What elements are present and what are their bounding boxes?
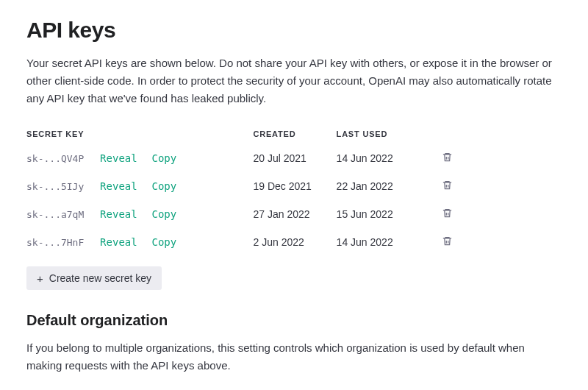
default-org-description: If you belong to multiple organizations,… bbox=[26, 339, 562, 375]
masked-key: sk-...7HnF bbox=[26, 237, 84, 248]
copy-button[interactable]: Copy bbox=[152, 152, 177, 164]
reveal-button[interactable]: Reveal bbox=[100, 236, 137, 248]
col-header-created: CREATED bbox=[254, 124, 337, 144]
table-row: sk-...5IJy Reveal Copy 19 Dec 2021 22 Ja… bbox=[26, 172, 453, 200]
col-header-lastused: LAST USED bbox=[337, 124, 435, 144]
create-key-button[interactable]: + Create new secret key bbox=[26, 266, 162, 290]
table-row: sk-...QV4P Reveal Copy 20 Jul 2021 14 Ju… bbox=[26, 144, 453, 172]
trash-icon[interactable] bbox=[442, 180, 453, 191]
page-title: API keys bbox=[26, 18, 562, 43]
api-keys-table: SECRET KEY CREATED LAST USED sk-...QV4P … bbox=[26, 124, 453, 256]
created-cell: 27 Jan 2022 bbox=[254, 200, 337, 228]
trash-icon[interactable] bbox=[442, 208, 453, 219]
masked-key: sk-...a7qM bbox=[26, 209, 84, 220]
lastused-cell: 22 Jan 2022 bbox=[337, 172, 435, 200]
copy-button[interactable]: Copy bbox=[152, 180, 177, 192]
lastused-cell: 14 Jun 2022 bbox=[337, 228, 435, 256]
col-header-secret: SECRET KEY bbox=[26, 124, 254, 144]
lastused-cell: 14 Jun 2022 bbox=[337, 144, 435, 172]
default-org-heading: Default organization bbox=[26, 312, 562, 329]
trash-icon[interactable] bbox=[442, 235, 453, 247]
page-description: Your secret API keys are shown below. Do… bbox=[26, 54, 562, 107]
create-key-label: Create new secret key bbox=[49, 272, 151, 284]
created-cell: 19 Dec 2021 bbox=[254, 172, 337, 200]
created-cell: 2 Jun 2022 bbox=[254, 228, 337, 256]
trash-icon[interactable] bbox=[442, 152, 453, 163]
reveal-button[interactable]: Reveal bbox=[100, 208, 137, 220]
masked-key: sk-...5IJy bbox=[26, 181, 84, 192]
copy-button[interactable]: Copy bbox=[152, 208, 177, 220]
masked-key: sk-...QV4P bbox=[26, 153, 84, 164]
reveal-button[interactable]: Reveal bbox=[100, 152, 137, 164]
reveal-button[interactable]: Reveal bbox=[100, 180, 137, 192]
table-row: sk-...a7qM Reveal Copy 27 Jan 2022 15 Ju… bbox=[26, 200, 453, 228]
created-cell: 20 Jul 2021 bbox=[254, 144, 337, 172]
plus-icon: + bbox=[37, 273, 43, 284]
copy-button[interactable]: Copy bbox=[152, 236, 177, 248]
lastused-cell: 15 Jun 2022 bbox=[337, 200, 435, 228]
table-row: sk-...7HnF Reveal Copy 2 Jun 2022 14 Jun… bbox=[26, 228, 453, 256]
